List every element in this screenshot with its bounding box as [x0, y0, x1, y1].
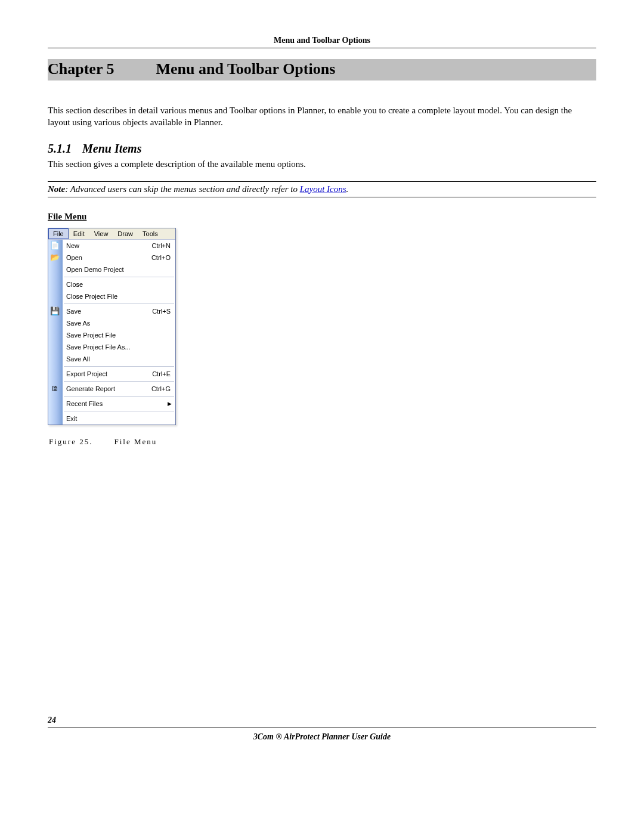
intro-paragraph: This section describes in detail various…: [48, 104, 596, 129]
menu-item-new[interactable]: 📄 New Ctrl+N: [63, 240, 175, 252]
menu-item-save[interactable]: 💾 Save Ctrl+S: [63, 305, 175, 317]
menu-item-close-project[interactable]: Close Project File: [63, 290, 175, 302]
menu-item-exit[interactable]: Exit: [63, 413, 175, 425]
figure-label: Figure 25.: [49, 437, 92, 446]
note-text-prefix: : Advanced users can skip the menus sect…: [65, 184, 300, 194]
file-menu-heading: File Menu: [48, 212, 596, 222]
menu-item-save-as[interactable]: Save As: [63, 317, 175, 329]
section-heading: 5.1.1Menu Items: [48, 142, 596, 156]
chapter-title: Menu and Toolbar Options: [156, 60, 335, 78]
section-title: Menu Items: [82, 142, 141, 155]
menu-item-close[interactable]: Close: [63, 278, 175, 290]
menu-item-save-project-as[interactable]: Save Project File As...: [63, 341, 175, 353]
menu-separator: [64, 411, 174, 411]
menu-item-save-all[interactable]: Save All: [63, 353, 175, 365]
footer-text: 3Com ® AirProtect Planner User Guide: [48, 732, 596, 742]
menu-item-recent-files[interactable]: Recent Files ▶: [63, 398, 175, 410]
menu-separator: [64, 277, 174, 277]
section-number: 5.1.1: [48, 142, 72, 155]
chapter-label: Chapter 5: [48, 60, 114, 78]
new-icon: 📄: [49, 241, 60, 250]
page-number: 24: [48, 716, 596, 725]
note-box: Note: Advanced users can skip the menus …: [48, 181, 596, 197]
menu-item-export[interactable]: Export Project Ctrl+E: [63, 368, 175, 380]
save-icon: 💾: [49, 306, 60, 316]
menubar-item-file[interactable]: File: [48, 228, 69, 239]
menubar-item-draw[interactable]: Draw: [113, 228, 138, 239]
layout-icons-link[interactable]: Layout Icons: [300, 184, 346, 194]
menu-item-save-project[interactable]: Save Project File: [63, 329, 175, 341]
file-menu-screenshot: File Edit View Draw Tools 📄 New Ctrl+N 📂…: [48, 228, 176, 425]
menubar: File Edit View Draw Tools: [48, 228, 175, 240]
open-icon: 📂: [49, 253, 60, 262]
menu-separator: [64, 304, 174, 304]
figure-caption: Figure 25.File Menu: [49, 437, 596, 447]
note-label: Note: [48, 184, 65, 194]
note-text-suffix: .: [346, 184, 349, 194]
chapter-heading-bar: Chapter 5Menu and Toolbar Options: [48, 59, 596, 80]
figure-caption-text: File Menu: [114, 437, 157, 446]
menu-separator: [64, 366, 174, 367]
page-header-title: Menu and Toolbar Options: [48, 36, 596, 48]
menu-item-open[interactable]: 📂 Open Ctrl+O: [63, 252, 175, 264]
report-icon: 🗎: [49, 384, 60, 394]
menu-separator: [64, 396, 174, 397]
menu-items-column: 📄 New Ctrl+N 📂 Open Ctrl+O Open Demo Pro…: [63, 240, 175, 425]
menubar-item-view[interactable]: View: [89, 228, 113, 239]
submenu-arrow-icon: ▶: [168, 401, 175, 407]
menu-icon-strip: [48, 240, 63, 425]
menu-item-generate-report[interactable]: 🗎 Generate Report Ctrl+G: [63, 383, 175, 395]
section-body: This section gives a complete descriptio…: [48, 159, 596, 169]
menu-item-open-demo[interactable]: Open Demo Project: [63, 264, 175, 275]
menubar-item-tools[interactable]: Tools: [138, 228, 163, 239]
menubar-item-edit[interactable]: Edit: [69, 228, 89, 239]
menu-separator: [64, 381, 174, 382]
